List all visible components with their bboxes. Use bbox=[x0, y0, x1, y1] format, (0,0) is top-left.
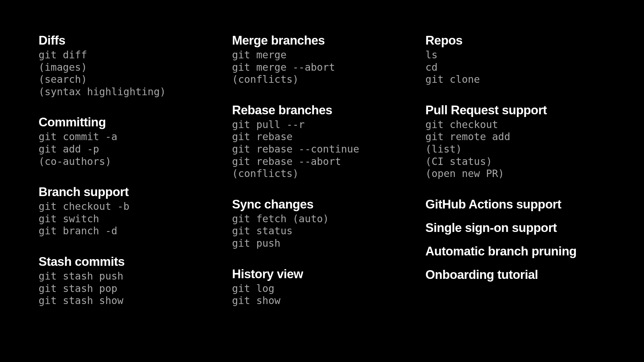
item-0-3-0: git stash push bbox=[39, 270, 219, 283]
section-2-0: Reposlscdgit clone bbox=[425, 34, 605, 86]
item-2-0-1: cd bbox=[425, 61, 605, 74]
item-0-0-3: (syntax highlighting) bbox=[39, 86, 219, 98]
section-0-2: Branch supportgit checkout -bgit switchg… bbox=[39, 185, 219, 237]
section-items-2-0: lscdgit clone bbox=[425, 49, 605, 86]
standalone-2-3: Onboarding tutorial bbox=[425, 268, 605, 282]
item-1-0-1: git merge --abort bbox=[232, 61, 412, 74]
section-items-0-1: git commit -agit add -p(co-authors) bbox=[39, 131, 219, 168]
column-2: Reposlscdgit clonePull Request supportgi… bbox=[425, 34, 605, 324]
section-items-1-0: git mergegit merge --abort(conflicts) bbox=[232, 49, 412, 86]
section-1-3: History viewgit loggit show bbox=[232, 267, 412, 307]
item-1-1-0: git pull --r bbox=[232, 119, 412, 131]
column-1: Merge branchesgit mergegit merge --abort… bbox=[232, 34, 412, 324]
section-2-1: Pull Request supportgit checkoutgit remo… bbox=[425, 103, 605, 180]
item-0-0-1: (images) bbox=[39, 61, 219, 74]
section-title-1-0: Merge branches bbox=[232, 34, 412, 48]
item-0-0-2: (search) bbox=[39, 73, 219, 86]
item-1-2-0: git fetch (auto) bbox=[232, 213, 412, 225]
item-1-2-1: git status bbox=[232, 225, 412, 237]
standalone-2-0: GitHub Actions support bbox=[425, 197, 605, 212]
section-title-1-2: Sync changes bbox=[232, 197, 412, 212]
section-1-2: Sync changesgit fetch (auto)git statusgi… bbox=[232, 197, 412, 250]
section-items-1-2: git fetch (auto)git statusgit push bbox=[232, 213, 412, 250]
item-1-1-2: git rebase --continue bbox=[232, 143, 412, 156]
item-0-3-2: git stash show bbox=[39, 295, 219, 307]
section-items-0-3: git stash pushgit stash popgit stash sho… bbox=[39, 270, 219, 307]
section-0-3: Stash commitsgit stash pushgit stash pop… bbox=[39, 255, 219, 307]
item-0-1-0: git commit -a bbox=[39, 131, 219, 143]
standalone-2-1: Single sign-on support bbox=[425, 221, 605, 235]
section-1-1: Rebase branchesgit pull --rgit rebasegit… bbox=[232, 103, 412, 180]
item-0-1-1: git add -p bbox=[39, 143, 219, 156]
section-title-1-1: Rebase branches bbox=[232, 103, 412, 117]
item-2-1-3: (CI status) bbox=[425, 156, 605, 168]
section-title-0-3: Stash commits bbox=[39, 255, 219, 269]
item-1-3-1: git show bbox=[232, 295, 412, 307]
section-title-0-2: Branch support bbox=[39, 185, 219, 199]
item-0-2-1: git switch bbox=[39, 213, 219, 225]
section-items-0-2: git checkout -bgit switchgit branch -d bbox=[39, 200, 219, 237]
section-items-1-3: git loggit show bbox=[232, 283, 412, 307]
section-items-0-0: git diff(images)(search)(syntax highligh… bbox=[39, 49, 219, 98]
item-1-1-1: git rebase bbox=[232, 131, 412, 143]
section-title-1-3: History view bbox=[232, 267, 412, 281]
item-1-0-0: git merge bbox=[232, 49, 412, 61]
item-2-1-2: (list) bbox=[425, 143, 605, 156]
slide-container: Diffsgit diff(images)(search)(syntax hig… bbox=[0, 0, 644, 324]
column-0: Diffsgit diff(images)(search)(syntax hig… bbox=[39, 34, 219, 324]
item-1-2-2: git push bbox=[232, 237, 412, 250]
item-2-1-4: (open new PR) bbox=[425, 168, 605, 180]
item-0-2-0: git checkout -b bbox=[39, 200, 219, 213]
section-title-2-0: Repos bbox=[425, 34, 605, 48]
section-title-0-1: Committing bbox=[39, 115, 219, 129]
item-0-1-2: (co-authors) bbox=[39, 156, 219, 168]
item-1-0-2: (conflicts) bbox=[232, 73, 412, 86]
section-title-0-0: Diffs bbox=[39, 34, 219, 48]
item-1-3-0: git log bbox=[232, 283, 412, 295]
section-0-0: Diffsgit diff(images)(search)(syntax hig… bbox=[39, 34, 219, 98]
section-1-0: Merge branchesgit mergegit merge --abort… bbox=[232, 34, 412, 86]
section-items-2-1: git checkoutgit remote add(list)(CI stat… bbox=[425, 119, 605, 180]
item-2-1-1: git remote add bbox=[425, 131, 605, 143]
item-2-0-0: ls bbox=[425, 49, 605, 61]
section-title-2-1: Pull Request support bbox=[425, 103, 605, 117]
standalone-2-2: Automatic branch pruning bbox=[425, 244, 605, 258]
item-0-2-2: git branch -d bbox=[39, 225, 219, 237]
item-1-1-3: git rebase --abort bbox=[232, 156, 412, 168]
item-0-3-1: git stash pop bbox=[39, 283, 219, 295]
item-1-1-4: (conflicts) bbox=[232, 168, 412, 180]
item-2-1-0: git checkout bbox=[425, 119, 605, 131]
item-2-0-2: git clone bbox=[425, 73, 605, 86]
section-items-1-1: git pull --rgit rebasegit rebase --conti… bbox=[232, 119, 412, 180]
section-0-1: Committinggit commit -agit add -p(co-aut… bbox=[39, 115, 219, 168]
item-0-0-0: git diff bbox=[39, 49, 219, 61]
